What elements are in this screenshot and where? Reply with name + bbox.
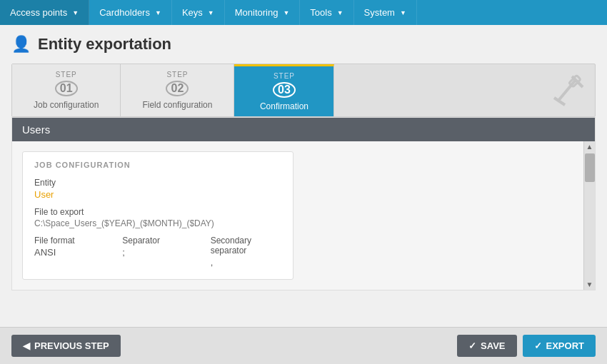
nav-monitoring[interactable]: Monitoring ▼: [225, 0, 301, 25]
step-3-circle: 03: [273, 82, 296, 98]
step-2-label: STEP: [166, 71, 188, 79]
entity-label: Entity: [34, 178, 281, 188]
file-export-field: File to export C:\Space_Users_($YEAR)_($…: [34, 207, 281, 228]
separator-value: ;: [122, 247, 193, 258]
nav-cardholders-label: Cardholders: [99, 7, 150, 18]
export-check-icon: ✓: [534, 340, 542, 351]
nav-monitoring-label: Monitoring: [235, 7, 279, 18]
right-buttons: ✓ SAVE ✓ EXPORT: [457, 335, 596, 357]
file-format-value: ANSI: [34, 247, 105, 258]
save-button[interactable]: ✓ SAVE: [457, 335, 516, 357]
page-title-row: 👤 Entity exportation: [11, 35, 596, 54]
step-2-name: Field configuration: [142, 100, 212, 110]
step-3-number: 03: [278, 84, 291, 96]
step-2-circle: 02: [166, 81, 189, 96]
section-header: Users: [12, 118, 595, 141]
scroll-area: JOB CONFIGURATION Entity User File to ex…: [12, 141, 595, 290]
main-area: Users JOB CONFIGURATION Entity User File…: [11, 117, 596, 290]
tools-icon: [551, 73, 586, 108]
arrow-left-icon: ◀: [23, 340, 30, 351]
step-1[interactable]: STEP 01 Job configuration: [12, 64, 121, 116]
nav-keys[interactable]: Keys ▼: [172, 0, 225, 25]
step-3-label: STEP: [274, 72, 295, 80]
scrollbar-down-arrow[interactable]: ▼: [585, 279, 595, 290]
entity-value: User: [34, 189, 281, 200]
scrollbar[interactable]: ▲ ▼: [583, 141, 595, 290]
nav-system-arrow: ▼: [400, 9, 406, 16]
nav-access-points-arrow: ▼: [72, 9, 79, 16]
previous-step-label: PREVIOUS STEP: [34, 340, 109, 351]
export-button[interactable]: ✓ EXPORT: [523, 335, 596, 357]
step-2[interactable]: STEP 02 Field configuration: [121, 64, 234, 116]
file-export-value: C:\Space_Users_($YEAR)_($MONTH)_($DAY): [34, 218, 281, 228]
nav-tools-arrow: ▼: [337, 9, 343, 16]
secondary-separator-value: ,: [211, 257, 281, 268]
entity-field: Entity User: [34, 178, 281, 200]
nav-cardholders[interactable]: Cardholders ▼: [89, 0, 172, 25]
format-fields: File format ANSI Separator ; Secondary s…: [34, 236, 281, 268]
nav-access-points[interactable]: Access points ▼: [0, 0, 89, 25]
scrollbar-thumb[interactable]: [585, 153, 595, 182]
page-content: 👤 Entity exportation STEP 01 Job configu…: [0, 25, 607, 117]
nav-system[interactable]: System ▼: [354, 0, 417, 25]
steps-row: STEP 01 Job configuration STEP 02 Field …: [11, 64, 596, 117]
card-section-title: JOB CONFIGURATION: [34, 161, 281, 169]
nav-access-points-label: Access points: [10, 7, 67, 18]
job-config-card: JOB CONFIGURATION Entity User File to ex…: [22, 151, 294, 280]
step-2-number: 02: [171, 82, 184, 95]
separator-col: Separator ;: [122, 236, 193, 268]
section-title: Users: [22, 123, 50, 136]
step-1-number: 01: [60, 82, 73, 95]
content-panel: JOB CONFIGURATION Entity User File to ex…: [12, 141, 583, 290]
save-check-icon: ✓: [468, 340, 476, 351]
nav-tools[interactable]: Tools ▼: [300, 0, 353, 25]
separator-label: Separator: [122, 236, 193, 246]
nav-keys-arrow: ▼: [208, 9, 214, 16]
scrollbar-up-arrow[interactable]: ▲: [585, 141, 595, 152]
nav-keys-label: Keys: [182, 7, 203, 18]
step-1-label: STEP: [56, 71, 77, 79]
export-label: EXPORT: [546, 340, 584, 351]
page-title: Entity exportation: [38, 35, 171, 54]
file-format-label: File format: [34, 236, 105, 246]
svg-line-0: [558, 80, 576, 101]
nav-system-label: System: [364, 7, 395, 18]
step-3[interactable]: STEP 03 Confirmation: [234, 64, 334, 116]
person-export-icon: 👤: [11, 35, 31, 54]
file-format-col: File format ANSI: [34, 236, 105, 268]
nav-tools-label: Tools: [310, 7, 331, 18]
save-label: SAVE: [481, 340, 505, 351]
step-1-circle: 01: [55, 81, 78, 96]
secondary-separator-label: Secondary separator: [211, 236, 281, 256]
step-3-name: Confirmation: [260, 101, 308, 111]
step-1-name: Job configuration: [34, 100, 99, 110]
nav-monitoring-arrow: ▼: [283, 9, 289, 16]
secondary-separator-col: Secondary separator ,: [211, 236, 281, 268]
top-navigation: Access points ▼ Cardholders ▼ Keys ▼ Mon…: [0, 0, 607, 25]
nav-cardholders-arrow: ▼: [155, 9, 161, 16]
previous-step-button[interactable]: ◀ PREVIOUS STEP: [11, 335, 121, 357]
file-export-label: File to export: [34, 207, 281, 217]
bottom-bar: ◀ PREVIOUS STEP ✓ SAVE ✓ EXPORT: [0, 327, 607, 364]
steps-decoration: [334, 64, 595, 116]
